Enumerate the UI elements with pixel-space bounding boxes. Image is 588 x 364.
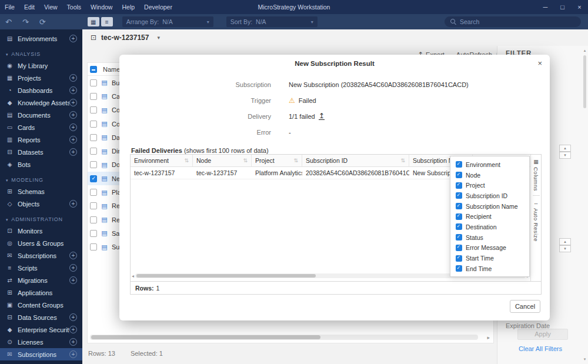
add-icon[interactable]: + [69,313,77,321]
sidebar-item[interactable]: ▥ Reports + [0,133,82,146]
scrollbar-thumb[interactable] [136,274,316,278]
column-checkbox[interactable] [456,265,462,272]
stepper-down-icon[interactable]: ▾ [559,152,571,159]
table-column-header[interactable]: Subscription ID ⇅ [302,155,409,166]
add-icon[interactable]: + [69,350,77,358]
sidebar-item[interactable]: ⊙ Licenses + [0,336,82,348]
sidebar-item[interactable]: ▦ Projects + [0,72,82,84]
horizontal-scrollbar[interactable] [90,335,478,340]
arrange-by-dropdown[interactable]: Arrange By: N/A ▾ [122,16,213,27]
add-icon[interactable]: + [69,338,77,346]
add-icon[interactable]: + [69,136,77,143]
row-checkbox[interactable] [90,230,97,237]
row-checkbox[interactable] [90,189,97,196]
scroll-right-icon[interactable]: ▸ [487,335,490,340]
column-checkbox[interactable] [456,192,462,199]
grid-view-button[interactable]: ▦ [88,17,99,26]
menu-item[interactable]: Edit [19,0,39,14]
sidebar-item[interactable]: ◈ Bots + [0,158,82,171]
sidebar-item[interactable]: ⊡ Monitors + [0,225,82,237]
sidebar-item[interactable]: ⇄ Migrations + [0,274,82,286]
column-toggle-item[interactable]: Environment [450,159,529,170]
filter-scrollbar[interactable]: ▴ ▾ [582,48,587,362]
sidebar-item[interactable]: ▭ Cards + [0,121,82,133]
sidebar-item[interactable]: ▤ Environments + [0,32,82,45]
column-checkbox[interactable] [456,223,462,230]
sidebar-item[interactable]: ✉ Subscriptions + [0,348,82,360]
add-icon[interactable]: + [69,148,77,156]
row-checkbox[interactable] [90,134,97,141]
sidebar-item[interactable]: ◉ My Library + [0,59,82,72]
column-toggle-item[interactable]: Recipient [450,211,529,222]
apply-button[interactable]: Apply [517,329,568,340]
menu-item[interactable]: Tools [62,0,86,14]
stepper-up-icon[interactable]: ▴ [559,145,571,152]
stepper-up-icon[interactable]: ▴ [559,238,571,245]
add-icon[interactable]: + [69,86,77,94]
sidebar-section-header[interactable]: ▾ MODELING [0,171,82,185]
column-checkbox[interactable] [456,213,462,220]
menu-item[interactable]: View [39,0,62,14]
column-toggle-item[interactable]: Destination [450,222,529,232]
sidebar-item[interactable]: ≡ Scripts + [0,262,82,274]
scroll-down-icon[interactable]: ▾ [582,357,587,362]
column-toggle-item[interactable]: End Time [450,263,529,274]
close-icon[interactable]: × [537,59,542,68]
column-checkbox[interactable] [456,203,462,209]
sort-icon[interactable]: ⇅ [243,158,248,163]
row-checkbox[interactable] [90,121,97,128]
cancel-button[interactable]: Cancel [510,300,540,313]
column-checkbox[interactable] [456,161,462,168]
auto-resize-tab[interactable]: Auto Resize [533,208,539,242]
clear-all-filters-link[interactable]: Clear All Filters [519,345,562,352]
sidebar-item[interactable]: ⊞ Schemas + [0,185,82,198]
menu-item[interactable]: Window [86,0,117,14]
add-icon[interactable]: + [69,264,77,272]
sort-icon[interactable]: ⇅ [400,158,405,163]
list-view-button[interactable]: ≡ [101,17,113,26]
scroll-left-icon[interactable]: ◂ [132,273,134,279]
row-checkbox[interactable] [90,106,97,113]
sidebar-section-header[interactable]: ▾ ANALYSIS [0,45,82,59]
column-checkbox[interactable] [456,234,462,241]
sidebar-item[interactable]: ◔ Dashboards + [0,84,82,96]
sidebar-item[interactable]: ✉ Subscriptions + [0,249,82,262]
scrollbar-thumb[interactable] [583,55,586,108]
row-checkbox[interactable] [90,93,97,100]
column-checkbox[interactable] [456,255,462,262]
table-column-header[interactable]: Environment ⇅ [131,155,193,166]
row-checkbox[interactable] [90,148,97,155]
column-toggle-item[interactable]: Error Message [450,243,529,253]
undo-icon[interactable]: ↶ [0,18,17,26]
add-icon[interactable]: + [69,200,77,208]
columns-tab[interactable]: Columns [533,167,539,191]
sidebar-section-header[interactable]: ▾ ADMINISTRATION [0,210,82,225]
sidebar-item[interactable]: ◆ Enterprise Security + [0,323,82,336]
sidebar-item[interactable]: ⊟ Datasets + [0,146,82,158]
add-icon[interactable]: + [69,74,77,82]
menu-item[interactable]: Developer [139,0,177,14]
chevron-down-icon[interactable]: ▾ [157,35,160,41]
column-toggle-item[interactable]: Start Time [450,253,529,263]
column-checkbox[interactable] [456,182,462,189]
sidebar-item[interactable]: ⊟ Data Sources + [0,311,82,323]
refresh-icon[interactable]: ⟳ [34,18,51,26]
scroll-up-icon[interactable]: ▴ [582,48,587,53]
export-icon[interactable]: ↥ [319,113,325,120]
sidebar-item[interactable]: ▣ Content Groups + [0,299,82,311]
maximize-button[interactable]: □ [554,0,571,14]
sort-by-dropdown[interactable]: Sort By: N/A ▾ [226,16,318,27]
row-checkbox[interactable] [90,202,97,209]
close-button[interactable]: × [571,0,588,14]
add-icon[interactable]: + [69,276,77,284]
add-icon[interactable]: + [69,35,77,42]
name-column-header[interactable]: Name [103,66,120,73]
column-toggle-item[interactable]: Subscription Name [450,201,529,212]
column-checkbox[interactable] [456,172,462,178]
sort-icon[interactable]: ⇅ [293,158,298,163]
redo-icon[interactable]: ↷ [17,18,34,26]
column-toggle-item[interactable]: Node [450,170,529,181]
autoresize-icon[interactable]: ↔ [533,200,539,206]
add-icon[interactable]: + [69,123,77,131]
column-toggle-item[interactable]: Status [450,232,529,243]
